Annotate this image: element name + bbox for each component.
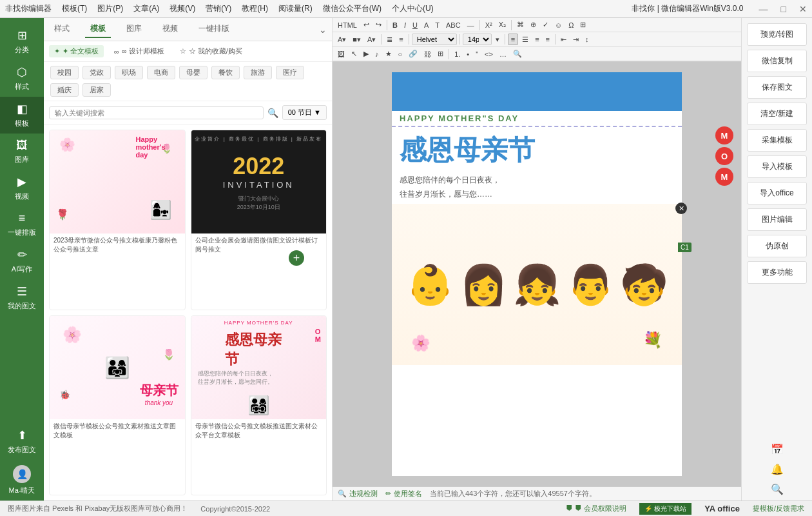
category-wedding[interactable]: 婚庆 bbox=[50, 83, 79, 97]
template-card-3[interactable]: 🌸 🌷 🐞 母亲节 thank you 👨‍👩‍👧 微信母亲节模板公众号推文素材… bbox=[49, 315, 186, 496]
tabs-more-btn[interactable]: ⌄ bbox=[319, 25, 327, 35]
tb-align-right[interactable]: ≡ bbox=[532, 34, 541, 45]
tb-link2[interactable]: ⛓ bbox=[421, 49, 434, 59]
tab-template[interactable]: 模板 bbox=[85, 21, 111, 38]
tb-text[interactable]: T bbox=[432, 20, 442, 30]
tb-cursor[interactable]: ↖ bbox=[349, 48, 360, 59]
sidebar-item-ai[interactable]: ✏ AI写作 bbox=[0, 243, 44, 279]
tb-align-center[interactable]: ☰ bbox=[519, 34, 531, 45]
sidebar-item-category[interactable]: ⊞ 分类 bbox=[0, 23, 44, 60]
tb-italic[interactable]: I bbox=[401, 20, 409, 30]
tb-music[interactable]: ♪ bbox=[372, 49, 382, 59]
tb-indent-left[interactable]: ⇤ bbox=[558, 34, 569, 45]
tb-font-size-label[interactable]: A▾ bbox=[365, 34, 378, 45]
category-ecommerce[interactable]: 电商 bbox=[147, 66, 175, 79]
font-size-select[interactable]: 14px bbox=[463, 34, 492, 45]
tb-superscript[interactable]: X² bbox=[483, 20, 495, 30]
btn-preview[interactable]: 预览/转图 bbox=[747, 23, 807, 46]
menu-app-name[interactable]: 非找你编辑器 bbox=[5, 3, 52, 14]
tb-special2[interactable]: ⊕ bbox=[528, 19, 539, 30]
tb-image[interactable]: 🖼 bbox=[335, 49, 347, 59]
sidebar-item-user[interactable]: 👤 Ma-晴天 bbox=[0, 460, 44, 501]
template-card-4[interactable]: HAPPY MOTHER'S DAY OM 感恩母亲节 感恩您陪伴的每个日日夜夜… bbox=[191, 315, 327, 496]
detect-btn[interactable]: 🔍 违规检测 bbox=[338, 489, 378, 499]
btn-wechat-copy[interactable]: 微信复制 bbox=[747, 50, 807, 72]
sidebar-item-style[interactable]: ⬡ 样式 bbox=[0, 60, 44, 97]
sidebar-item-publish[interactable]: ⬆ 发布图文 bbox=[0, 423, 44, 460]
tb-align-justify[interactable]: ≡ bbox=[543, 34, 552, 45]
tb-html[interactable]: HTML bbox=[335, 20, 360, 30]
badge-m2[interactable]: M bbox=[715, 168, 733, 186]
tb-list-indent[interactable]: ≣ bbox=[384, 34, 395, 45]
subtab-favorites[interactable]: ☆ ☆ 我的收藏/购买 bbox=[175, 45, 247, 57]
tb-line-height[interactable]: ↕ bbox=[583, 34, 592, 45]
template-card-2[interactable]: 企业简介 | 商务最优 | 商务排版 | 新品发布 2022 INVITATIO… bbox=[191, 130, 327, 310]
tb-quote[interactable]: " bbox=[473, 49, 481, 59]
sign-btn[interactable]: ✏ 使用签名 bbox=[385, 489, 422, 499]
tab-onekey[interactable]: 一键排版 bbox=[193, 21, 235, 38]
canvas-title-cn[interactable]: 感恩母亲节 bbox=[392, 127, 682, 171]
sidebar-item-mypic[interactable]: ☰ 我的图文 bbox=[0, 279, 44, 316]
tb-bold[interactable]: B bbox=[390, 20, 400, 30]
tb-align-left[interactable]: ≡ bbox=[508, 34, 518, 45]
tb-align-label[interactable]: A▾ bbox=[335, 34, 349, 45]
menu-image[interactable]: 图片(P) bbox=[97, 3, 123, 14]
btn-import-office[interactable]: 导入office bbox=[747, 182, 807, 204]
tb-list-outdent[interactable]: ≡ bbox=[396, 34, 405, 45]
template-close-btn[interactable]: ✕ bbox=[675, 203, 687, 214]
editor-canvas[interactable]: C1 HAPPY MOTHER"S DAY 感恩母亲节 感恩您陪伴的每个日日夜夜… bbox=[333, 62, 741, 486]
btn-collect-template[interactable]: 采集模板 bbox=[747, 129, 807, 152]
search-input[interactable] bbox=[49, 106, 264, 119]
tb-redo[interactable]: ↪ bbox=[373, 19, 384, 30]
category-babycare[interactable]: 母婴 bbox=[179, 66, 208, 79]
calendar-icon[interactable]: 📅 bbox=[771, 443, 784, 455]
tb-star[interactable]: ★ bbox=[383, 48, 394, 59]
category-home[interactable]: 居家 bbox=[82, 83, 111, 97]
btn-more-functions[interactable]: 更多功能 bbox=[747, 261, 807, 284]
badge-o[interactable]: O bbox=[715, 147, 733, 165]
tb-search2[interactable]: 🔍 bbox=[510, 48, 525, 59]
bell-icon[interactable]: 🔔 bbox=[771, 463, 784, 475]
category-food[interactable]: 餐饮 bbox=[211, 66, 240, 79]
tb-indent-right[interactable]: ⇥ bbox=[570, 34, 581, 45]
search-right-icon[interactable]: 🔍 bbox=[771, 483, 784, 495]
badge-m[interactable]: M bbox=[715, 126, 733, 144]
tb-list-ul[interactable]: • bbox=[464, 49, 472, 59]
tb-emoji[interactable]: ☺ bbox=[552, 20, 565, 30]
subtab-designer[interactable]: ∞ ∞ 设计师模板 bbox=[109, 45, 169, 57]
tab-style[interactable]: 样式 bbox=[49, 21, 75, 38]
font-family-select[interactable]: Helvet bbox=[412, 34, 457, 45]
tb-link[interactable]: 🔗 bbox=[406, 48, 420, 59]
tb-code[interactable]: <> bbox=[482, 49, 496, 59]
add-content-btn[interactable]: + bbox=[289, 250, 304, 266]
tb-list-ol[interactable]: 1. bbox=[452, 49, 463, 59]
template-card-1[interactable]: 🌸 🌷 🌹 Happymother'sday 👩‍👧 2023母亲节微信公众号推… bbox=[49, 130, 186, 310]
feedback-link[interactable]: 提模板/反馈需求 bbox=[753, 504, 804, 513]
tb-play[interactable]: ▶ bbox=[361, 48, 371, 59]
btn-pseudo-original[interactable]: 伪原创 bbox=[747, 235, 807, 257]
tb-subscript[interactable]: X₂ bbox=[496, 19, 508, 30]
btn-save[interactable]: 保存图文 bbox=[747, 76, 807, 99]
tb-underline[interactable]: U bbox=[410, 20, 420, 30]
menu-template[interactable]: 模板(T) bbox=[62, 3, 87, 14]
tb-font-color[interactable]: A bbox=[421, 20, 431, 30]
search-button[interactable]: 🔍 bbox=[267, 108, 278, 118]
btn-clear-new[interactable]: 清空/新建 bbox=[747, 103, 807, 125]
menu-marketing[interactable]: 营销(Y) bbox=[206, 3, 231, 14]
sidebar-item-onekey[interactable]: ≡ 一键排版 bbox=[0, 206, 44, 243]
category-party[interactable]: 党政 bbox=[82, 66, 111, 79]
date-filter-btn[interactable]: 00 节日 ▼ bbox=[282, 105, 327, 120]
tb-strikethrough[interactable]: ABC bbox=[443, 20, 463, 30]
tb-special1[interactable]: ⌘ bbox=[514, 19, 527, 30]
maximize-btn[interactable]: □ bbox=[781, 4, 786, 14]
tb-table2[interactable]: ⊞ bbox=[435, 48, 446, 59]
tb-grid[interactable]: ⊞ bbox=[577, 19, 588, 30]
subtab-all[interactable]: ✦ ✦ 全文模板 bbox=[49, 45, 104, 57]
close-btn[interactable]: ✕ bbox=[799, 4, 807, 14]
tb-more-tools[interactable]: … bbox=[497, 49, 509, 59]
sidebar-item-library[interactable]: 🖼 图库 bbox=[0, 134, 44, 170]
menu-article[interactable]: 文章(A) bbox=[133, 3, 159, 14]
minimize-btn[interactable]: — bbox=[759, 4, 768, 14]
tb-size-down[interactable]: ▾ bbox=[493, 34, 502, 45]
category-workplace[interactable]: 职场 bbox=[115, 66, 143, 79]
